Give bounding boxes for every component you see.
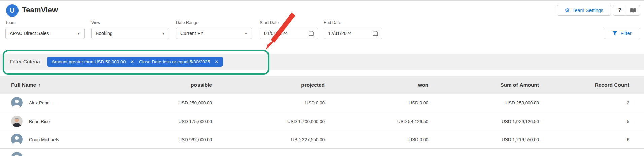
date-range-select[interactable]: Current FY ▼ [176, 28, 252, 39]
remove-filter-icon[interactable]: ✕ [130, 59, 134, 64]
help-button-group: ? [613, 5, 640, 16]
start-date-input[interactable]: 01/01/2024 [260, 28, 318, 39]
filter-chip-text: Amount greater than USD 50,000.00 [52, 59, 126, 64]
remove-filter-icon[interactable]: ✕ [215, 59, 218, 64]
view-label: View [91, 20, 100, 25]
column-header-sum-of-amount[interactable]: Sum of Amount [455, 82, 539, 88]
full-name-cell: Brian Rice [29, 119, 50, 124]
view-select-value: Booking [96, 31, 159, 36]
team-select[interactable]: APAC Direct Sales ▼ [5, 28, 85, 39]
column-header-projected[interactable]: projected [241, 82, 325, 88]
date-range-select-value: Current FY [180, 31, 242, 36]
possible-cell: USD 175,000.00 [128, 119, 212, 124]
book-icon [630, 8, 636, 13]
chevron-down-icon: ▼ [244, 32, 248, 35]
avatar [11, 134, 23, 145]
date-range-label: Date Range [176, 20, 199, 25]
filter-criteria-bar: Filter Criteria: Amount greater than USD… [0, 54, 644, 70]
sum-of-amount-cell: USD 1,929,126.50 [455, 119, 539, 124]
filter-chip-text: Close Date less or equal 5/30/2025 [139, 59, 210, 64]
funnel-icon [612, 31, 617, 36]
end-date-input[interactable]: 12/31/2024 [324, 28, 382, 39]
record-count-cell: 2 [545, 100, 629, 105]
possible-cell: USD 992,000.00 [128, 137, 212, 142]
start-date-value: 01/01/2024 [264, 31, 309, 36]
avatar [11, 116, 23, 127]
sum-of-amount-cell: USD 250,000.00 [455, 100, 539, 105]
projected-cell: USD 0.00 [241, 100, 325, 105]
filter-button[interactable]: Filter [604, 28, 640, 39]
end-date-label: End Date [324, 20, 341, 25]
table-row[interactable]: Corin Michaels USD 992,000.00 USD 227,55… [0, 130, 644, 148]
documentation-button[interactable] [627, 5, 640, 15]
chevron-down-icon: ▼ [77, 32, 80, 35]
start-date-label: Start Date [260, 20, 279, 25]
question-mark-icon: ? [618, 7, 621, 13]
team-settings-button[interactable]: ⚙ Team Settings [557, 5, 611, 16]
projected-cell: USD 227,550.00 [241, 137, 325, 142]
column-header-possible[interactable]: possible [128, 82, 212, 88]
column-header-won[interactable]: won [344, 82, 428, 88]
won-cell: USD 0.00 [344, 100, 428, 105]
sort-ascending-icon: ↑ [38, 82, 41, 88]
page-title: TeamView [22, 6, 58, 14]
team-label: Team [5, 20, 16, 25]
team-select-value: APAC Direct Sales [10, 31, 74, 36]
gear-icon: ⚙ [565, 8, 570, 13]
full-name-cell: Corin Michaels [29, 137, 59, 142]
column-header-full-name[interactable]: Full Name↑ [11, 82, 41, 88]
projected-cell: USD 1,700,000.00 [241, 119, 325, 124]
filter-button-label: Filter [620, 31, 631, 36]
help-button[interactable]: ? [613, 5, 627, 15]
app-logo-icon: U [6, 4, 19, 17]
won-cell: USD 54,126.50 [344, 119, 428, 124]
table-row[interactable]: Brian Rice USD 175,000.00 USD 1,700,000.… [0, 112, 644, 130]
filter-chip-close-date[interactable]: Close Date less or equal 5/30/2025 ✕ [134, 57, 223, 67]
view-select[interactable]: Booking ▼ [91, 28, 169, 39]
calendar-icon [373, 31, 378, 36]
column-header-record-count[interactable]: Record Count [545, 82, 629, 88]
teamview-app: U TeamView ⚙ Team Settings ? Team View D… [0, 0, 644, 156]
full-name-cell: Alex Pena [29, 100, 50, 105]
avatar [11, 97, 23, 108]
sum-of-amount-cell: USD 1,219,550.00 [455, 137, 539, 142]
table-header-row: Full Name↑ possible projected won Sum of… [0, 76, 644, 94]
record-count-cell: 5 [545, 119, 629, 124]
record-count-cell: 6 [545, 137, 629, 142]
possible-cell: USD 250,000.00 [128, 100, 212, 105]
filter-chip-amount[interactable]: Amount greater than USD 50,000.00 ✕ [47, 57, 139, 67]
calendar-icon [309, 31, 314, 36]
end-date-value: 12/31/2024 [328, 31, 373, 36]
team-settings-label: Team Settings [572, 8, 603, 13]
table-row[interactable]: Cory Cox USD 0.00 USD 785,000.00 USD 0.0… [0, 148, 644, 156]
table-row[interactable]: Alex Pena USD 250,000.00 USD 0.00 USD 0.… [0, 94, 644, 112]
avatar [11, 152, 23, 156]
filter-criteria-label: Filter Criteria: [10, 59, 41, 65]
chevron-down-icon: ▼ [162, 32, 165, 35]
won-cell: USD 0.00 [344, 137, 428, 142]
